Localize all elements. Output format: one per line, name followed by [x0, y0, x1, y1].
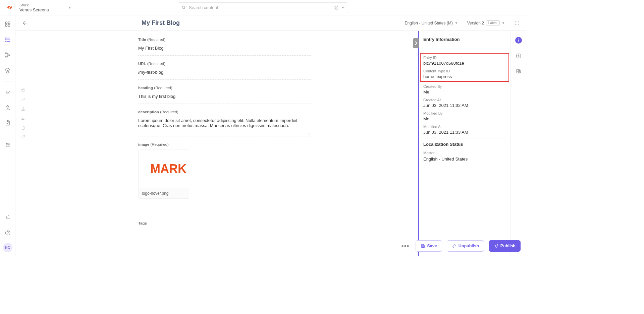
title-value[interactable]: My First Blog	[138, 44, 311, 55]
comments-icon[interactable]	[516, 68, 522, 74]
field-label: Title	[138, 38, 146, 42]
app-logo[interactable]	[3, 2, 15, 14]
master-locale-link[interactable]: English - United States	[423, 156, 468, 162]
field-label: heading	[138, 86, 153, 90]
star-icon[interactable]	[21, 88, 25, 92]
info-tab[interactable]: i	[515, 37, 522, 44]
publish-label: Publish	[500, 244, 516, 248]
heading-value[interactable]: This is my first blog	[138, 92, 311, 104]
top-header: Stack Venus Screens ▼ ▼	[0, 0, 526, 15]
field-label: image	[138, 142, 149, 146]
info-label: Content Type ID	[423, 69, 506, 73]
align-icon[interactable]	[21, 116, 25, 121]
required-label: (Required)	[160, 110, 178, 114]
svg-rect-5	[8, 25, 10, 26]
resize-handle-icon[interactable]	[307, 132, 311, 136]
field-label: Tags	[138, 221, 147, 225]
link-icon[interactable]	[21, 97, 25, 102]
info-label: Master	[423, 151, 506, 155]
entry-id-value: blt3f911007d680fc1e	[423, 61, 506, 66]
publish-button[interactable]: Publish	[489, 240, 521, 252]
created-at-value: Jun 03, 2021 11:32 AM	[423, 103, 506, 108]
image-preview: MARK	[139, 149, 189, 188]
publish-icon	[494, 244, 498, 248]
nav-releases[interactable]	[2, 87, 14, 98]
svg-rect-12	[5, 53, 7, 54]
nav-settings[interactable]	[2, 139, 14, 150]
entry-header: My First Blog English - United States (M…	[15, 15, 526, 31]
image-card[interactable]: MARK logo-hover.png	[138, 149, 189, 199]
nav-divider	[4, 134, 12, 134]
user-avatar[interactable]: KC	[3, 243, 12, 252]
nav-dashboard[interactable]	[2, 19, 14, 29]
stack-selector[interactable]: Stack Venus Screens	[15, 3, 49, 12]
required-label: (Required)	[147, 62, 165, 66]
unpublish-button[interactable]: Unpublish	[447, 240, 484, 252]
svg-point-23	[8, 144, 9, 145]
field-label: URL	[138, 62, 146, 66]
activity-icon[interactable]	[516, 53, 522, 59]
nav-tasks[interactable]	[2, 118, 14, 128]
nav-content-types[interactable]	[2, 50, 14, 60]
field-description: description (Required) Lorem ipsum dolor…	[138, 110, 311, 136]
svg-point-27	[7, 234, 8, 235]
chevron-down-icon[interactable]: ▼	[341, 6, 344, 9]
secondary-rail	[15, 31, 31, 256]
chevron-right-icon	[415, 41, 417, 45]
save-icon	[421, 244, 425, 248]
svg-point-17	[8, 93, 9, 94]
nav-entries[interactable]	[2, 34, 14, 45]
created-by-value: Me	[423, 89, 506, 95]
info-label: Modified At	[423, 125, 506, 129]
save-button[interactable]: Save	[416, 240, 442, 252]
page-title: My First Blog	[142, 19, 180, 26]
collapse-panel-button[interactable]	[413, 38, 419, 48]
nav-help[interactable]	[2, 228, 14, 238]
localization-title: Localization Status	[423, 142, 506, 147]
url-value[interactable]: /my-first-blog	[138, 68, 311, 79]
info-label: Created At	[423, 98, 506, 102]
svg-line-1	[184, 8, 185, 9]
info-label: Created By	[423, 84, 506, 88]
save-icon[interactable]	[334, 5, 339, 10]
panel-accent-line	[418, 31, 419, 256]
highlighted-ids: Entry ID blt3f911007d680fc1e Content Typ…	[420, 53, 509, 82]
search-input[interactable]	[189, 5, 331, 10]
version-selector[interactable]: Version 2 Latest ▼	[467, 20, 505, 25]
tree-icon	[5, 52, 11, 58]
save-label: Save	[427, 244, 437, 248]
main-content: Title (Required) My First Blog URL (Requ…	[31, 31, 419, 256]
nav-notifications[interactable]	[2, 212, 14, 223]
version-badge: Latest	[486, 20, 500, 25]
chevron-down-icon: ▼	[502, 21, 505, 25]
expand-icon[interactable]	[514, 20, 520, 26]
image-filename: logo-hover.png	[139, 188, 189, 198]
layers-icon	[5, 67, 11, 73]
svg-rect-11	[7, 41, 10, 42]
far-right-rail: i	[511, 31, 526, 256]
info-label: Modified By	[423, 111, 506, 115]
svg-rect-8	[5, 39, 6, 40]
panel-title: Entry Information	[423, 37, 506, 42]
wifi-icon	[5, 89, 11, 95]
search-bar[interactable]: ▼	[178, 2, 348, 13]
more-actions-button[interactable]: •••	[400, 241, 411, 251]
bell-icon	[5, 214, 11, 221]
image-preview-text: MARK	[150, 162, 186, 176]
field-heading: heading (Required) This is my first blog	[138, 86, 311, 104]
field-label: description	[138, 110, 159, 114]
nav-assets[interactable]	[2, 65, 14, 76]
svg-rect-6	[5, 38, 6, 39]
text-icon[interactable]	[21, 107, 25, 111]
language-selector[interactable]: English - United States (M) ▼	[405, 21, 458, 25]
nav-publish-queue[interactable]	[2, 102, 14, 113]
list-icon	[5, 37, 11, 43]
back-arrow-icon[interactable]	[21, 20, 28, 26]
modified-by-value: Me	[423, 116, 506, 121]
description-value[interactable]: Lorem ipsum dolor sit amet, consectetur …	[138, 117, 311, 136]
svg-rect-10	[5, 41, 6, 42]
tag-icon[interactable]	[21, 135, 25, 139]
stack-name: Venus Screens	[19, 7, 49, 12]
file-icon[interactable]	[21, 125, 25, 130]
svg-rect-4	[5, 25, 7, 26]
